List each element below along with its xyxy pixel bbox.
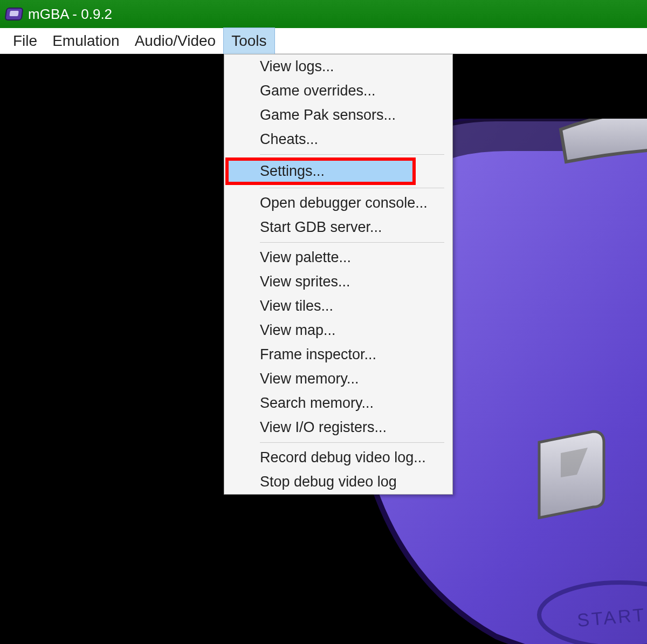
dropdown-item-search-memory[interactable]: Search memory... — [224, 391, 452, 415]
tools-dropdown: View logs...Game overrides...Game Pak se… — [224, 54, 453, 495]
dropdown-separator — [260, 442, 444, 443]
dropdown-item-record-debug-video-log[interactable]: Record debug video log... — [224, 446, 452, 470]
dropdown-item-view-i-o-registers[interactable]: View I/O registers... — [224, 415, 452, 440]
dropdown-separator — [260, 154, 444, 155]
menu-emulation[interactable]: Emulation — [45, 28, 127, 54]
window-title: mGBA - 0.9.2 — [28, 6, 112, 23]
dropdown-item-stop-debug-video-log[interactable]: Stop debug video log — [224, 470, 452, 494]
dropdown-item-frame-inspector[interactable]: Frame inspector... — [224, 342, 452, 367]
dropdown-item-start-gdb-server[interactable]: Start GDB server... — [224, 215, 452, 239]
menu-tools[interactable]: Tools — [223, 28, 274, 54]
dropdown-item-game-pak-sensors[interactable]: Game Pak sensors... — [224, 103, 452, 127]
dropdown-separator — [260, 188, 444, 188]
dropdown-item-view-sprites[interactable]: View sprites... — [224, 270, 452, 294]
titlebar: mGBA - 0.9.2 — [0, 0, 647, 28]
dropdown-item-view-map[interactable]: View map... — [224, 318, 452, 342]
dropdown-item-view-memory[interactable]: View memory... — [224, 367, 452, 391]
menu-file[interactable]: File — [5, 28, 45, 54]
dropdown-item-open-debugger-console[interactable]: Open debugger console... — [224, 191, 452, 215]
dropdown-item-view-palette[interactable]: View palette... — [224, 245, 452, 270]
dropdown-item-view-logs[interactable]: View logs... — [224, 54, 452, 79]
dropdown-separator — [260, 242, 444, 243]
app-icon — [4, 8, 23, 20]
menubar: File Emulation Audio/Video Tools — [0, 28, 647, 54]
dropdown-item-game-overrides[interactable]: Game overrides... — [224, 79, 452, 103]
dropdown-item-cheats[interactable]: Cheats... — [224, 127, 452, 152]
menu-audio-video[interactable]: Audio/Video — [127, 28, 224, 54]
dropdown-item-view-tiles[interactable]: View tiles... — [224, 294, 452, 318]
dropdown-item-settings[interactable]: Settings... — [225, 157, 416, 185]
